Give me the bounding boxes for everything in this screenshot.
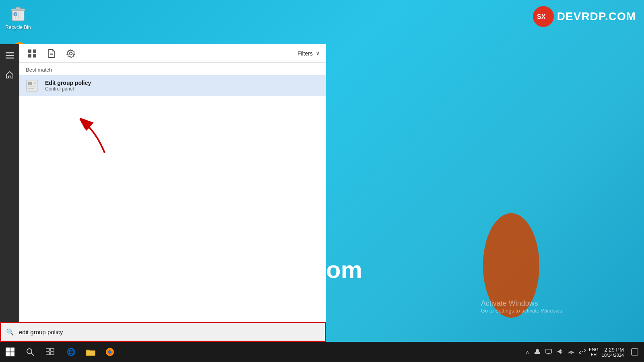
systray-chevron-button[interactable]: ∧ (524, 348, 531, 356)
svg-rect-31 (10, 352, 14, 356)
svg-rect-53 (632, 349, 638, 355)
sidebar-hamburger-button[interactable] (2, 47, 18, 64)
svg-rect-26 (28, 86, 36, 87)
svg-rect-23 (28, 82, 32, 85)
filters-label-text: Filters (297, 50, 313, 57)
systray-network-icon[interactable] (566, 348, 576, 357)
taskbar-time-value: 2:29 PM (602, 347, 624, 353)
om-text: om (326, 256, 362, 284)
sidebar-home-button[interactable] (2, 67, 18, 83)
svg-text:SX: SX (537, 13, 546, 20)
search-sidebar (0, 44, 19, 342)
taskbar: ∧ (0, 342, 644, 362)
svg-rect-35 (50, 348, 54, 351)
taskbar-language-fr: FR (589, 352, 599, 357)
svg-text:♻: ♻ (13, 11, 18, 17)
svg-line-33 (31, 353, 34, 356)
systray-person-icon[interactable] (533, 348, 542, 357)
svg-rect-14 (6, 58, 14, 59)
filter-apps-button[interactable] (26, 47, 39, 60)
svg-point-21 (70, 52, 72, 55)
search-results: Best match Edit group (19, 63, 326, 342)
taskbar-file-explorer-button[interactable] (81, 343, 100, 361)
search-input-field[interactable] (19, 329, 325, 335)
svg-rect-34 (46, 348, 50, 351)
search-main: Filters ∨ Best match (19, 44, 326, 342)
result-text: Edit group policy Control panel (45, 80, 91, 92)
taskbar-systray: ∧ (524, 342, 644, 362)
filter-documents-button[interactable] (45, 47, 58, 60)
activate-windows-title: Activate Windows (481, 299, 564, 308)
filters-dropdown-button[interactable]: Filters ∨ (297, 50, 320, 57)
systray-link-icon[interactable] (578, 348, 587, 357)
systray-speaker-icon[interactable] (555, 348, 565, 357)
desktop: ♻ Recycle Bin Firefox SX DEVRDP.COM (0, 0, 644, 362)
recycle-bin-label: Recycle Bin (5, 25, 31, 30)
activate-windows: Activate Windows Go to Settings to activ… (481, 299, 564, 314)
desktop-icon-recycle-bin[interactable]: ♻ Recycle Bin (2, 2, 34, 32)
svg-rect-49 (546, 349, 551, 353)
svg-rect-28 (6, 348, 10, 352)
taskbar-clock[interactable]: 2:29 PM 10/14/2024 (602, 347, 624, 358)
systray-display-icon[interactable] (544, 348, 553, 357)
svg-rect-37 (50, 352, 54, 355)
activate-windows-subtitle: Go to Settings to activate Windows. (481, 308, 564, 314)
svg-rect-36 (46, 352, 50, 355)
taskbar-ie-button[interactable] (62, 343, 80, 361)
svg-point-32 (27, 349, 32, 354)
svg-rect-43 (86, 351, 95, 356)
filter-settings-button[interactable] (64, 47, 77, 60)
filter-icons-group (26, 47, 77, 60)
filters-chevron-icon: ∨ (316, 51, 320, 56)
taskbar-taskview-button[interactable] (40, 342, 60, 362)
taskbar-date-value: 10/14/2024 (602, 353, 624, 358)
result-title: Edit group policy (45, 80, 91, 86)
taskbar-search-button[interactable] (20, 342, 40, 362)
result-item-icon (26, 78, 40, 93)
recycle-bin-icon: ♻ (8, 4, 28, 23)
svg-rect-2 (16, 7, 21, 9)
svg-rect-27 (28, 88, 34, 89)
svg-rect-47 (535, 352, 540, 354)
search-filter-bar: Filters ∨ (19, 44, 326, 63)
devrdp-circle-icon: SX (533, 6, 554, 27)
svg-rect-17 (28, 54, 31, 58)
svg-point-48 (536, 349, 539, 352)
taskbar-firefox-button[interactable] (101, 343, 119, 361)
taskbar-language-eng: ENG (589, 347, 599, 352)
start-button[interactable] (0, 342, 20, 362)
svg-rect-24 (34, 82, 36, 82)
svg-rect-13 (6, 55, 14, 56)
taskbar-language[interactable]: ENG FR (589, 347, 599, 357)
svg-rect-18 (33, 54, 36, 58)
svg-point-52 (571, 353, 572, 354)
search-input-icon: 🔍 (1, 328, 19, 336)
search-panel: Filters ∨ Best match (0, 44, 326, 342)
result-subtitle: Control panel (45, 86, 91, 92)
svg-rect-15 (28, 49, 31, 53)
best-match-label: Best match (19, 63, 326, 75)
svg-rect-30 (6, 352, 10, 356)
svg-rect-29 (10, 348, 14, 352)
svg-rect-25 (34, 83, 36, 84)
search-input-bar: 🔍 (0, 322, 326, 342)
taskbar-apps (60, 343, 524, 361)
search-result-item[interactable]: Edit group policy Control panel (19, 75, 326, 96)
svg-rect-12 (6, 52, 14, 53)
taskbar-notification-button[interactable] (629, 342, 641, 362)
devrdp-text: DEVRDP.COM (557, 10, 636, 23)
svg-rect-16 (33, 49, 36, 53)
devrdp-logo: SX DEVRDP.COM (533, 6, 636, 27)
